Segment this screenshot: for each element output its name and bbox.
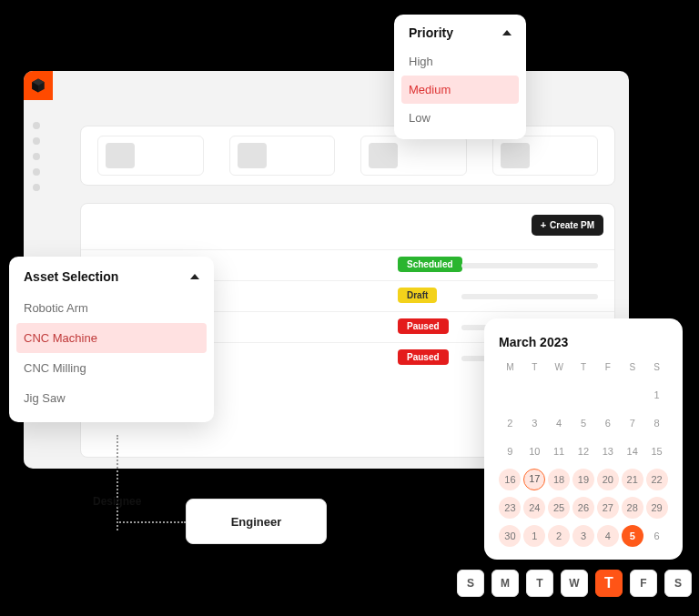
calendar-day (622, 384, 643, 406)
summary-card[interactable] (360, 136, 467, 176)
calendar-day[interactable]: 5 (622, 525, 643, 547)
asset-item-robotic-arm[interactable]: Robotic Arm (9, 293, 214, 323)
calendar-day[interactable]: 6 (597, 412, 619, 434)
nav-dot[interactable] (33, 184, 40, 191)
create-pm-button[interactable]: + Create PM (532, 215, 603, 236)
calendar-day[interactable]: 23 (499, 497, 521, 519)
asset-title: Asset Selection (24, 269, 118, 284)
dow-button-0[interactable]: S (457, 570, 484, 597)
calendar-day[interactable]: 21 (622, 469, 643, 490)
progress-track (461, 294, 598, 299)
create-pm-label: Create PM (550, 220, 594, 230)
calendar-day[interactable]: 22 (646, 469, 668, 490)
calendar-day[interactable]: 3 (523, 412, 545, 434)
caret-up-icon (190, 274, 199, 279)
calendar-dow-head: F (596, 362, 619, 378)
asset-selection-dropdown[interactable]: Asset Selection Robotic ArmCNC MachineCN… (9, 257, 214, 422)
status-badge-draft: Draft (398, 288, 437, 303)
calendar-day[interactable]: 15 (646, 440, 668, 462)
calendar-day[interactable]: 19 (572, 469, 594, 490)
calendar-card: March 2023 MTWTFSS1234567891011121314151… (484, 318, 683, 560)
calendar-day[interactable]: 20 (597, 469, 619, 490)
day-of-week-strip: SMTWTFS (457, 570, 692, 597)
calendar-day[interactable]: 8 (646, 412, 668, 434)
calendar-day[interactable]: 2 (499, 412, 521, 434)
calendar-day[interactable]: 6 (646, 525, 668, 547)
calendar-day[interactable]: 5 (572, 412, 594, 434)
priority-item-medium[interactable]: Medium (401, 76, 519, 104)
cube-icon (30, 77, 46, 94)
card-thumb (238, 143, 267, 168)
calendar-day[interactable]: 10 (523, 440, 545, 462)
asset-item-cnc-milling[interactable]: CNC Milling (9, 353, 214, 383)
priority-title: Priority (409, 25, 453, 40)
dow-button-4[interactable]: T (595, 570, 623, 597)
calendar-day[interactable]: 26 (572, 497, 594, 519)
sidebar-nav-dots (33, 122, 40, 191)
calendar-dow-head: T (523, 362, 546, 378)
designee-label: Designee (89, 493, 145, 510)
status-badge-paused: Paused (398, 318, 449, 334)
calendar-day[interactable]: 18 (548, 469, 570, 490)
dow-button-6[interactable]: S (664, 570, 692, 597)
calendar-day[interactable]: 4 (548, 412, 570, 434)
dow-button-1[interactable]: M (491, 570, 519, 597)
designee-connector (116, 435, 119, 530)
asset-title-row[interactable]: Asset Selection (9, 269, 214, 293)
plus-icon: + (541, 220, 546, 230)
priority-item-high[interactable]: High (394, 47, 526, 76)
asset-item-cnc-machine[interactable]: CNC Machine (16, 323, 207, 353)
calendar-day[interactable]: 4 (597, 525, 619, 547)
summary-card[interactable] (97, 136, 204, 176)
calendar-dow-head: S (645, 362, 668, 378)
dotted-line-horizontal (116, 521, 186, 523)
calendar-day[interactable]: 11 (548, 440, 570, 462)
calendar-day[interactable]: 1 (523, 525, 545, 547)
calendar-day[interactable]: 14 (622, 440, 643, 462)
card-thumb (501, 143, 530, 168)
progress-track (461, 263, 598, 268)
priority-item-low[interactable]: Low (394, 104, 526, 132)
designee-role-text: Engineer (231, 515, 282, 529)
calendar-day[interactable]: 17 (523, 469, 545, 490)
dotted-line (116, 435, 118, 530)
calendar-day (499, 384, 521, 406)
dow-button-2[interactable]: T (526, 570, 553, 597)
calendar-day[interactable]: 25 (548, 497, 570, 519)
calendar-day[interactable]: 1 (646, 384, 668, 406)
nav-dot[interactable] (33, 153, 40, 160)
priority-title-row[interactable]: Priority (394, 25, 526, 47)
priority-dropdown[interactable]: Priority HighMediumLow (394, 15, 526, 139)
calendar-dow-head: S (621, 362, 643, 378)
summary-card[interactable] (492, 136, 599, 176)
calendar-day[interactable]: 16 (499, 469, 521, 490)
calendar-dow-head: M (499, 362, 522, 378)
caret-up-icon (502, 30, 512, 35)
summary-cards-row (80, 126, 615, 186)
calendar-day[interactable]: 12 (572, 440, 594, 462)
calendar-dow-head: T (572, 362, 595, 378)
dow-button-3[interactable]: W (561, 570, 588, 597)
calendar-day[interactable]: 29 (646, 497, 668, 519)
status-badge-paused: Paused (398, 349, 449, 365)
calendar-day[interactable]: 27 (597, 497, 619, 519)
calendar-day (597, 384, 619, 406)
summary-card[interactable] (229, 136, 336, 176)
calendar-day[interactable]: 9 (499, 440, 521, 462)
calendar-day[interactable]: 13 (597, 440, 619, 462)
nav-dot[interactable] (33, 168, 40, 176)
nav-dot[interactable] (33, 137, 40, 145)
designee-role-chip[interactable]: Engineer (186, 499, 327, 544)
calendar-day[interactable]: 7 (622, 412, 643, 434)
calendar-day[interactable]: 28 (622, 497, 643, 519)
calendar-day[interactable]: 2 (548, 525, 570, 547)
asset-item-jig-saw[interactable]: Jig Saw (9, 383, 214, 413)
calendar-day (548, 384, 570, 406)
dow-button-5[interactable]: F (630, 570, 657, 597)
calendar-day[interactable]: 24 (523, 497, 545, 519)
nav-dot[interactable] (33, 122, 40, 129)
card-thumb (369, 143, 398, 168)
calendar-day[interactable]: 3 (572, 525, 594, 547)
calendar-dow-head: W (548, 362, 571, 378)
calendar-day[interactable]: 30 (499, 525, 521, 547)
